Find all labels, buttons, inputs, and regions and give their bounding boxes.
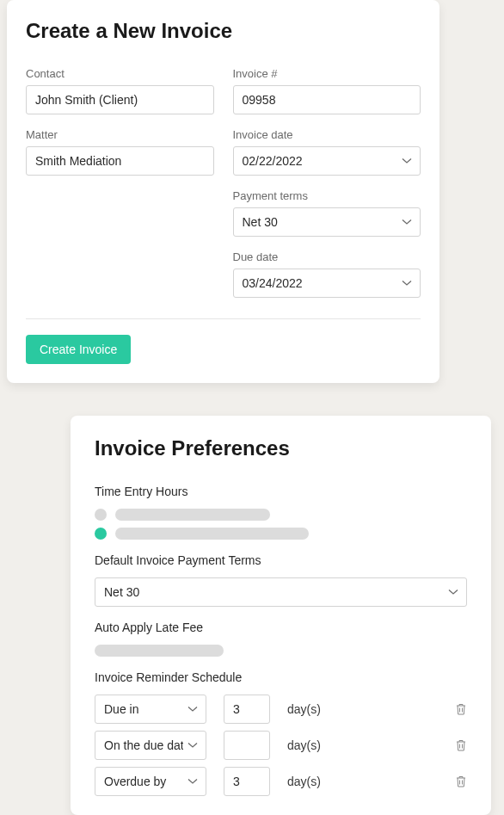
contact-input[interactable] — [26, 85, 214, 114]
due-date-field: Due date — [233, 250, 421, 298]
due-date-input[interactable] — [233, 269, 421, 298]
reminder-unit-label: day(s) — [287, 702, 438, 716]
late-fee-label: Auto Apply Late Fee — [95, 621, 467, 634]
reminder-unit-label: day(s) — [287, 738, 438, 752]
due-date-select[interactable] — [233, 269, 421, 298]
invoice-form-grid: Contact Invoice # Matter Invoice date Pa… — [26, 67, 421, 298]
contact-field: Contact — [26, 67, 214, 114]
reminder-unit-label: day(s) — [287, 775, 438, 788]
create-invoice-title: Create a New Invoice — [26, 19, 421, 43]
due-date-label: Due date — [233, 250, 421, 263]
invoice-number-input[interactable] — [233, 85, 421, 114]
payment-terms-input[interactable] — [233, 207, 421, 237]
reminder-type-input[interactable] — [95, 731, 206, 760]
default-terms-input[interactable] — [95, 577, 467, 607]
reminder-row: day(s) — [95, 731, 467, 760]
radio-off-icon — [95, 509, 107, 521]
default-terms-select[interactable] — [95, 577, 467, 607]
create-invoice-card: Create a New Invoice Contact Invoice # M… — [7, 0, 439, 383]
trash-icon[interactable] — [455, 775, 467, 788]
reminder-row: day(s) — [95, 767, 467, 796]
matter-label: Matter — [26, 128, 214, 141]
skeleton-text — [115, 528, 309, 540]
default-terms-label: Default Invoice Payment Terms — [95, 553, 467, 567]
payment-terms-select[interactable] — [233, 207, 421, 237]
reminder-type-select[interactable] — [95, 767, 206, 796]
payment-terms-label: Payment terms — [233, 189, 421, 202]
reminder-row: day(s) — [95, 695, 467, 724]
trash-icon[interactable] — [455, 702, 467, 716]
invoice-date-input[interactable] — [233, 146, 421, 176]
time-entry-label: Time Entry Hours — [95, 485, 467, 498]
matter-input[interactable] — [26, 146, 214, 176]
reminder-value-input[interactable] — [224, 731, 270, 760]
divider — [26, 318, 421, 319]
time-entry-option-1[interactable] — [95, 509, 467, 521]
contact-label: Contact — [26, 67, 214, 80]
invoice-date-select[interactable] — [233, 146, 421, 176]
reminder-type-select[interactable] — [95, 695, 206, 724]
invoice-date-field: Invoice date — [233, 128, 421, 176]
preferences-title: Invoice Preferences — [95, 436, 467, 460]
reminder-schedule-label: Invoice Reminder Schedule — [95, 670, 467, 684]
trash-icon[interactable] — [455, 738, 467, 752]
invoice-preferences-card: Invoice Preferences Time Entry Hours Def… — [71, 416, 491, 815]
radio-on-icon — [95, 528, 107, 540]
reminder-value-input[interactable] — [224, 695, 270, 724]
reminder-type-select[interactable] — [95, 731, 206, 760]
matter-field: Matter — [26, 128, 214, 176]
reminder-type-input[interactable] — [95, 767, 206, 796]
create-invoice-button[interactable]: Create Invoice — [26, 335, 131, 364]
payment-terms-field: Payment terms — [233, 189, 421, 237]
invoice-date-label: Invoice date — [233, 128, 421, 141]
invoice-number-label: Invoice # — [233, 67, 421, 80]
time-entry-option-2[interactable] — [95, 528, 467, 540]
reminder-value-input[interactable] — [224, 767, 270, 796]
skeleton-text — [115, 509, 270, 521]
skeleton-text — [95, 645, 224, 657]
reminder-type-input[interactable] — [95, 695, 206, 724]
invoice-number-field: Invoice # — [233, 67, 421, 114]
